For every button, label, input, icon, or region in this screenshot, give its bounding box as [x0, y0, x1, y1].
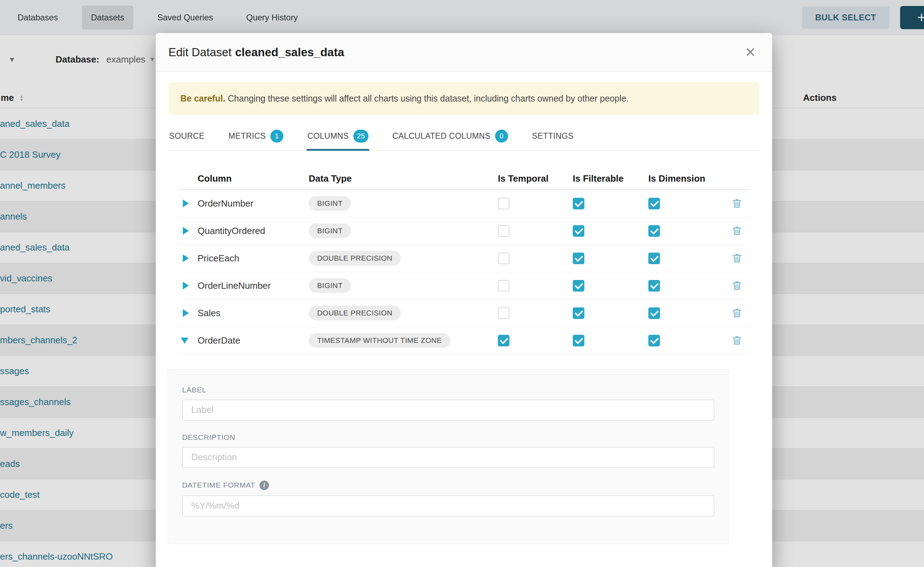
edit-dataset-modal: Edit Datasetcleaned_sales_data ✕ Be care… [156, 33, 772, 567]
close-icon[interactable]: ✕ [745, 46, 756, 59]
datetime-format-field-group: DATETIME FORMAT i [182, 481, 715, 516]
column-name: Sales [198, 308, 309, 319]
data-type-pill: BIGINT [309, 278, 351, 293]
is-temporal-checkbox[interactable] [498, 198, 509, 209]
datetime-format-field-label: DATETIME FORMAT [182, 481, 255, 489]
delete-column-button[interactable] [731, 308, 743, 319]
warning-text: Changing these settings will affect all … [226, 93, 629, 103]
tab-columns[interactable]: COLUMNS 25 [307, 125, 369, 150]
datetime-format-input[interactable] [182, 495, 715, 516]
expand-caret-icon[interactable] [183, 309, 189, 317]
tab-label: COLUMNS [307, 131, 349, 141]
expand-caret-icon[interactable] [183, 227, 189, 235]
column-row-quantityordered: QuantityOrdered BIGINT [178, 218, 750, 245]
header-column: Column [198, 173, 309, 184]
column-name: QuantityOrdered [198, 225, 309, 236]
description-field-label: DESCRIPTION [182, 433, 715, 442]
is-temporal-checkbox[interactable] [498, 280, 509, 292]
header-is-dimension: Is Dimension [649, 173, 729, 184]
expand-caret-icon[interactable] [183, 200, 189, 207]
dataset-name: cleaned_sales_data [235, 46, 344, 58]
description-input[interactable] [182, 447, 715, 468]
header-is-temporal: Is Temporal [498, 173, 573, 184]
tab-label: METRICS [229, 131, 266, 141]
modal-title-prefix: Edit Dataset [169, 46, 232, 58]
is-dimension-checkbox[interactable] [649, 253, 660, 264]
tab-label: SOURCE [169, 131, 205, 141]
column-row-sales: Sales DOUBLE PRECISION [178, 300, 750, 327]
tab-label: CALCULATED COLUMNS [393, 131, 491, 141]
tab-label: SETTINGS [532, 131, 573, 141]
column-detail-panel: LABEL DESCRIPTION DATETIME FORMAT i [168, 369, 729, 544]
columns-count-badge: 25 [354, 130, 369, 142]
data-type-pill: TIMESTAMP WITHOUT TIME ZONE [309, 333, 450, 348]
data-type-pill: DOUBLE PRECISION [309, 306, 401, 320]
collapse-caret-icon[interactable] [181, 338, 188, 344]
expand-caret-icon[interactable] [183, 282, 189, 290]
description-field-group: DESCRIPTION [182, 433, 715, 468]
is-filterable-checkbox[interactable] [573, 280, 584, 292]
is-filterable-checkbox[interactable] [573, 308, 584, 319]
tab-calculated-columns[interactable]: CALCULATED COLUMNS 0 [392, 125, 509, 150]
column-row-ordernumber: OrderNumber BIGINT [178, 190, 750, 218]
is-temporal-checkbox[interactable] [498, 308, 509, 319]
data-type-pill: BIGINT [309, 224, 351, 238]
is-dimension-checkbox[interactable] [649, 225, 660, 237]
metrics-count-badge: 1 [270, 130, 283, 142]
tab-source[interactable]: SOURCE [169, 125, 205, 150]
is-dimension-checkbox[interactable] [649, 280, 660, 292]
delete-column-button[interactable] [731, 335, 743, 346]
label-field-group: LABEL [182, 386, 715, 420]
data-type-pill: DOUBLE PRECISION [309, 251, 401, 266]
is-dimension-checkbox[interactable] [649, 308, 660, 319]
is-filterable-checkbox[interactable] [573, 225, 584, 237]
modal-header: Edit Datasetcleaned_sales_data ✕ [156, 33, 772, 72]
columns-table-header: Column Data Type Is Temporal Is Filterab… [178, 168, 750, 190]
is-dimension-checkbox[interactable] [649, 335, 660, 346]
delete-column-button[interactable] [731, 253, 743, 264]
delete-column-button[interactable] [731, 225, 743, 236]
warning-bold: Be careful. [181, 93, 226, 103]
modal-tabs: SOURCE METRICS 1 COLUMNS 25 CALCULATED C… [169, 125, 760, 151]
tab-metrics[interactable]: METRICS 1 [228, 125, 284, 150]
warning-banner: Be careful. Changing these settings will… [169, 82, 760, 115]
label-field-label: LABEL [182, 386, 715, 394]
label-input[interactable] [182, 399, 715, 420]
column-name: OrderLineNumber [198, 280, 309, 291]
is-temporal-checkbox[interactable] [498, 253, 509, 264]
column-name: OrderNumber [198, 198, 309, 209]
data-type-pill: BIGINT [309, 196, 351, 211]
modal-title: Edit Datasetcleaned_sales_data [169, 46, 344, 59]
calculated-columns-count-badge: 0 [495, 130, 508, 142]
columns-table: Column Data Type Is Temporal Is Filterab… [178, 168, 750, 354]
delete-column-button[interactable] [731, 280, 743, 291]
is-dimension-checkbox[interactable] [649, 198, 660, 209]
column-name: PriceEach [198, 253, 309, 264]
is-filterable-checkbox[interactable] [573, 335, 584, 346]
expand-caret-icon[interactable] [183, 254, 189, 262]
column-row-priceeach: PriceEach DOUBLE PRECISION [178, 245, 750, 272]
column-name: OrderDate [198, 335, 309, 346]
header-data-type: Data Type [309, 173, 498, 184]
delete-column-button[interactable] [731, 198, 743, 209]
column-row-orderlinenumber: OrderLineNumber BIGINT [178, 272, 750, 300]
column-row-orderdate: OrderDate TIMESTAMP WITHOUT TIME ZONE [178, 327, 750, 354]
tab-settings[interactable]: SETTINGS [531, 125, 574, 150]
is-filterable-checkbox[interactable] [573, 198, 584, 209]
is-temporal-checkbox[interactable] [498, 225, 509, 237]
info-icon[interactable]: i [259, 481, 269, 490]
is-filterable-checkbox[interactable] [573, 253, 584, 264]
header-is-filterable: Is Filterable [573, 173, 649, 184]
modal-body: Be careful. Changing these settings will… [156, 82, 772, 544]
is-temporal-checkbox[interactable] [498, 335, 509, 346]
